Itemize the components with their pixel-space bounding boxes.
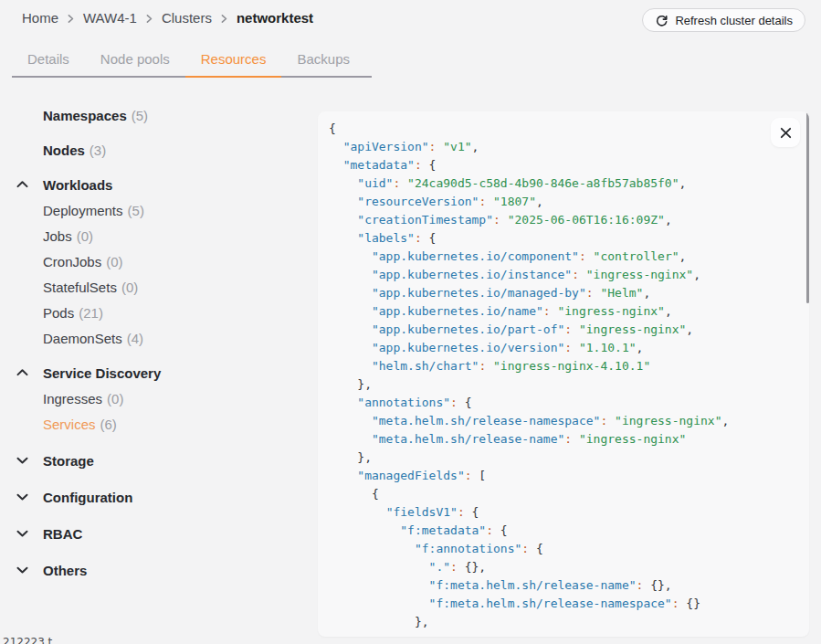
breadcrumb: HomeWAW4-1Clustersnetworktest: [22, 10, 313, 26]
panel-scrollbar-thumb[interactable]: [806, 111, 809, 303]
resource-json-code: { "apiVersion": "v1", "metadata": { "uid…: [318, 111, 809, 631]
code-line: },: [329, 613, 802, 631]
code-line: "labels": {: [329, 229, 802, 248]
sidebar-item-label: CronJobs: [43, 254, 101, 269]
chevron-right-icon: [220, 14, 228, 24]
code-line: "f:meta.helm.sh/release-name": {},: [329, 576, 802, 595]
code-line: },: [329, 375, 802, 394]
sidebar-item-count: (0): [77, 228, 93, 244]
code-line: "app.kubernetes.io/component": "controll…: [329, 248, 802, 266]
sidebar-item-count: (6): [100, 417, 117, 432]
chevron-right-icon: [67, 14, 75, 24]
breadcrumb-link-waw4-1[interactable]: WAW4-1: [83, 10, 137, 26]
sidebar-item-count: (5): [132, 108, 148, 123]
sidebar-item-label: StatefulSets: [43, 280, 117, 295]
tab-resources[interactable]: Resources: [185, 42, 282, 76]
clipped-bottom-text: 212223 t: [3, 636, 52, 644]
resource-tree-sidebar: Namespaces(5)Nodes(3)WorkloadsDeployment…: [0, 102, 311, 583]
sidebar-item-pods[interactable]: Pods(21): [0, 300, 311, 325]
sidebar-item-label: Pods: [43, 305, 74, 321]
sidebar-item-label: Namespaces: [43, 108, 127, 123]
refresh-cluster-details-button[interactable]: Refresh cluster details: [642, 8, 805, 32]
code-line: {: [329, 120, 802, 138]
resource-json-panel: { "apiVersion": "v1", "metadata": { "uid…: [318, 111, 809, 637]
code-line: "app.kubernetes.io/version": "1.10.1",: [329, 339, 802, 357]
code-line: "apiVersion": "v1",: [329, 138, 802, 156]
sidebar-item-label: Services: [43, 417, 96, 432]
code-line: "creationTimestamp": "2025-06-06T16:16:0…: [329, 211, 802, 229]
sidebar-item-nodes[interactable]: Nodes(3): [0, 137, 311, 163]
tab-bar: DetailsNode poolsResourcesBackups: [12, 42, 372, 78]
sidebar-item-workloads[interactable]: Workloads: [0, 172, 311, 197]
sidebar-item-daemonsets[interactable]: DaemonSets(4): [0, 325, 311, 351]
sidebar-item-label: Service Discovery: [43, 365, 161, 381]
chevron-up-icon: [16, 369, 28, 377]
code-line: {: [329, 485, 802, 503]
close-button[interactable]: [771, 118, 800, 147]
sidebar-item-count: (0): [107, 391, 123, 406]
sidebar-item-count: (3): [89, 143, 106, 158]
sidebar-item-label: Deployments: [43, 203, 123, 218]
code-line: "app.kubernetes.io/part-of": "ingress-ng…: [329, 321, 802, 339]
code-line: "f:meta.helm.sh/release-namespace": {}: [329, 595, 802, 613]
tab-details[interactable]: Details: [12, 42, 85, 76]
chevron-down-icon: [16, 566, 28, 575]
chevron-down-icon: [16, 530, 28, 538]
sidebar-item-storage[interactable]: Storage: [0, 448, 311, 473]
sidebar-item-label: Storage: [43, 453, 94, 469]
refresh-button-label: Refresh cluster details: [675, 14, 793, 27]
code-line: ".": {},: [329, 558, 802, 576]
cluster-detail-page: HomeWAW4-1Clustersnetworktest Refresh cl…: [0, 0, 821, 644]
sidebar-item-count: (0): [106, 254, 122, 269]
chevron-down-icon: [16, 493, 28, 501]
sidebar-item-cronjobs[interactable]: CronJobs(0): [0, 248, 311, 274]
close-icon: [779, 126, 793, 140]
chevron-up-icon: [16, 181, 28, 189]
sidebar-item-count: (4): [127, 331, 143, 346]
code-line: "app.kubernetes.io/instance": "ingress-n…: [329, 266, 802, 284]
sidebar-item-label: Workloads: [43, 177, 112, 193]
code-line: "metadata": {: [329, 156, 802, 174]
sidebar-item-namespaces[interactable]: Namespaces(5): [0, 102, 311, 128]
sidebar-item-ingresses[interactable]: Ingresses(0): [0, 385, 311, 411]
refresh-icon: [655, 14, 668, 27]
sidebar-item-label: RBAC: [43, 526, 82, 542]
sidebar-item-rbac[interactable]: RBAC: [0, 521, 311, 546]
sidebar-item-services[interactable]: Services(6): [0, 411, 311, 437]
code-line: "fieldsV1": {: [329, 503, 802, 522]
sidebar-item-service-discovery[interactable]: Service Discovery: [0, 360, 311, 385]
code-line: "annotations": {: [329, 394, 802, 412]
sidebar-item-label: Configuration: [43, 490, 132, 505]
code-line: "app.kubernetes.io/name": "ingress-nginx…: [329, 302, 802, 321]
tab-backups[interactable]: Backups: [281, 42, 365, 76]
sidebar-item-configuration[interactable]: Configuration: [0, 484, 311, 510]
sidebar-item-deployments[interactable]: Deployments(5): [0, 197, 311, 223]
breadcrumb-link-clusters[interactable]: Clusters: [162, 10, 212, 26]
breadcrumb-current: networktest: [237, 10, 313, 26]
code-line: },: [329, 449, 802, 467]
sidebar-item-others[interactable]: Others: [0, 557, 311, 583]
sidebar-item-statefulsets[interactable]: StatefulSets(0): [0, 274, 311, 300]
sidebar-item-label: DaemonSets: [43, 331, 122, 346]
code-line: "uid": "24ca90d5-c58d-4b90-846e-a8fb57ab…: [329, 174, 802, 193]
sidebar-item-count: (5): [128, 203, 144, 218]
code-line: "f:metadata": {: [329, 522, 802, 540]
chevron-down-icon: [16, 457, 28, 465]
sidebar-item-label: Nodes: [43, 143, 85, 158]
code-line: "managedFields": [: [329, 467, 802, 485]
sidebar-item-label: Ingresses: [43, 391, 102, 406]
code-line: "helm.sh/chart": "ingress-nginx-4.10.1": [329, 357, 802, 375]
code-line: "meta.helm.sh/release-namespace": "ingre…: [329, 412, 802, 430]
sidebar-item-label: Others: [43, 563, 87, 578]
sidebar-item-count: (21): [79, 305, 103, 321]
code-line: "meta.helm.sh/release-name": "ingress-ng…: [329, 430, 802, 449]
sidebar-item-jobs[interactable]: Jobs(0): [0, 223, 311, 248]
chevron-right-icon: [145, 14, 153, 24]
sidebar-item-count: (0): [121, 280, 138, 295]
code-line: "f:annotations": {: [329, 540, 802, 558]
tab-node-pools[interactable]: Node pools: [85, 42, 185, 76]
sidebar-item-label: Jobs: [43, 228, 72, 244]
code-line: "app.kubernetes.io/managed-by": "Helm",: [329, 284, 802, 302]
breadcrumb-link-home[interactable]: Home: [22, 10, 58, 26]
code-line: "resourceVersion": "1807",: [329, 193, 802, 211]
